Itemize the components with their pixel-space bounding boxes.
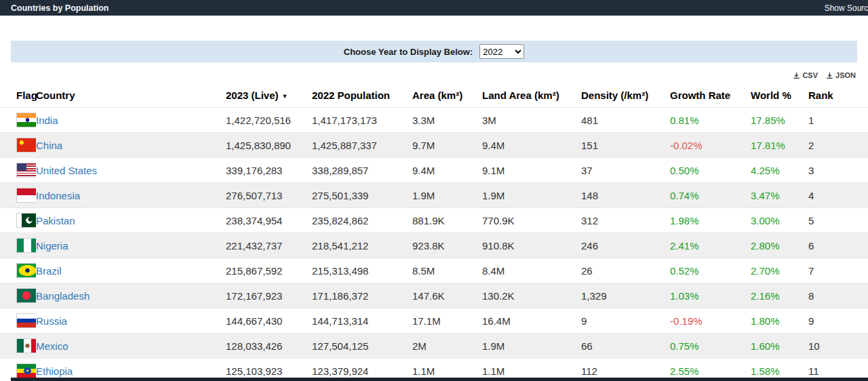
download-csv-label: CSV [802, 71, 818, 79]
column-header-2023-live[interactable]: 2023 (Live)▼ [226, 83, 312, 108]
column-header-density-km[interactable]: Density (/km²) [581, 83, 670, 108]
country-cell: Bangladesh [36, 283, 226, 308]
live-cell: 221,432,737 [226, 233, 312, 258]
rank-cell: 10 [808, 334, 868, 359]
flag-icon-mexico [16, 338, 36, 353]
column-header-flag[interactable]: Flag [0, 83, 36, 108]
country-link[interactable]: Russia [36, 315, 67, 327]
area-cell: 2M [412, 334, 482, 359]
table-row: United States339,176,283338,289,8579.4M9… [0, 158, 868, 183]
rank-cell: 9 [808, 308, 868, 334]
country-link[interactable]: India [36, 115, 58, 126]
density-cell: 26 [581, 258, 670, 283]
rank-cell: 4 [808, 183, 868, 208]
growth-rate-value: -0.02% [670, 140, 703, 151]
footer-bar [11, 378, 868, 381]
country-link[interactable]: China [36, 140, 62, 151]
flag-cell [0, 108, 36, 133]
column-header-area-km[interactable]: Area (km²) [412, 83, 482, 108]
land-area-cell: 9.4M [482, 133, 581, 158]
density-cell: 37 [581, 158, 670, 183]
table-row: China1,425,830,8901,425,887,3379.7M9.4M1… [0, 133, 868, 158]
country-link[interactable]: Brazil [36, 265, 62, 277]
world-pct-value: 2.16% [751, 290, 780, 302]
world-pct-cell: 4.25% [751, 158, 808, 183]
country-cell: Indonesia [36, 183, 226, 208]
pop-2022-cell: 144,713,314 [312, 308, 412, 334]
world-pct-value: 3.00% [751, 215, 780, 226]
flag-icon-pakistan [16, 213, 36, 228]
world-pct-value: 3.47% [751, 190, 780, 201]
growth-rate-cell: 0.50% [670, 158, 751, 183]
flag-cell [0, 334, 36, 359]
column-header-label: Rank [808, 89, 833, 101]
pop-2022-cell: 275,501,339 [312, 183, 412, 208]
table-row: Pakistan238,374,954235,824,862881.9K770.… [0, 208, 868, 233]
rank-cell: 1 [808, 108, 868, 133]
flag-icon-usa [16, 163, 36, 178]
land-area-cell: 770.9K [482, 208, 581, 233]
flag-icon-indonesia [16, 188, 36, 203]
density-cell: 148 [581, 183, 670, 208]
growth-rate-cell: 2.41% [670, 233, 751, 258]
column-header-world[interactable]: World % [751, 83, 808, 108]
density-cell: 312 [581, 208, 670, 233]
land-area-cell: 130.2K [482, 283, 581, 308]
download-csv-button[interactable]: CSV [793, 71, 818, 79]
column-header-2022-population[interactable]: 2022 Population [312, 83, 412, 108]
land-area-cell: 1.9M [482, 183, 581, 208]
country-cell: Russia [36, 308, 226, 334]
land-area-cell: 16.4M [482, 308, 581, 334]
table-row: Nigeria221,432,737218,541,212923.8K910.8… [0, 233, 868, 258]
growth-rate-value: 0.75% [670, 340, 699, 352]
show-source-link[interactable]: Show Source [825, 0, 868, 16]
growth-rate-cell: 0.52% [670, 258, 751, 283]
world-pct-value: 4.25% [751, 165, 780, 176]
pop-2022-cell: 171,186,372 [312, 283, 412, 308]
growth-rate-value: 0.50% [670, 165, 699, 176]
page-title: Countries by Population [0, 3, 108, 13]
density-cell: 151 [581, 133, 670, 158]
growth-rate-cell: 0.75% [670, 334, 751, 359]
pop-2022-cell: 218,541,212 [312, 233, 412, 258]
top-bar: Countries by Population Show Source [0, 0, 868, 16]
download-json-label: JSON [835, 71, 856, 79]
table-row: Indonesia276,507,713275,501,3391.9M1.9M1… [0, 183, 868, 208]
year-select[interactable]: 2022 [479, 44, 524, 59]
country-link[interactable]: Nigeria [36, 240, 68, 252]
live-cell: 238,374,954 [226, 208, 312, 233]
column-header-country[interactable]: Country [36, 83, 226, 108]
growth-rate-cell: 0.81% [670, 108, 751, 133]
rank-cell: 6 [808, 233, 868, 258]
area-cell: 923.8K [412, 233, 482, 258]
column-header-growth-rate[interactable]: Growth Rate [670, 83, 751, 108]
download-json-button[interactable]: JSON [826, 71, 856, 79]
world-pct-cell: 1.60% [751, 334, 808, 359]
country-link[interactable]: Ethiopia [36, 365, 73, 377]
live-cell: 144,667,430 [226, 308, 312, 334]
column-header-land-area-km[interactable]: Land Area (km²) [482, 83, 581, 108]
live-cell: 172,167,923 [226, 283, 312, 308]
live-cell: 339,176,283 [226, 158, 312, 183]
year-banner: Choose Year to Display Below: 2022 [11, 41, 857, 62]
country-cell: Nigeria [36, 233, 226, 258]
column-header-rank[interactable]: Rank [808, 83, 868, 108]
density-cell: 481 [581, 108, 670, 133]
table-header-row: FlagCountry2023 (Live)▼2022 PopulationAr… [0, 83, 868, 108]
country-link[interactable]: United States [36, 165, 97, 176]
pop-2022-cell: 235,824,862 [312, 208, 412, 233]
download-icon [826, 72, 833, 79]
column-header-label: World % [751, 89, 791, 101]
country-link[interactable]: Indonesia [36, 190, 80, 201]
country-link[interactable]: Pakistan [36, 215, 75, 226]
country-link[interactable]: Mexico [36, 340, 68, 352]
area-cell: 1.9M [412, 183, 482, 208]
rank-cell: 5 [808, 208, 868, 233]
column-header-label: 2022 Population [312, 89, 390, 101]
column-header-label: Land Area (km²) [482, 89, 559, 101]
country-link[interactable]: Bangladesh [36, 290, 90, 302]
land-area-cell: 3M [482, 108, 581, 133]
column-header-label: 2023 (Live) [226, 89, 279, 101]
page: Countries by Population Show Source Choo… [0, 0, 868, 381]
pop-2022-cell: 338,289,857 [312, 158, 412, 183]
